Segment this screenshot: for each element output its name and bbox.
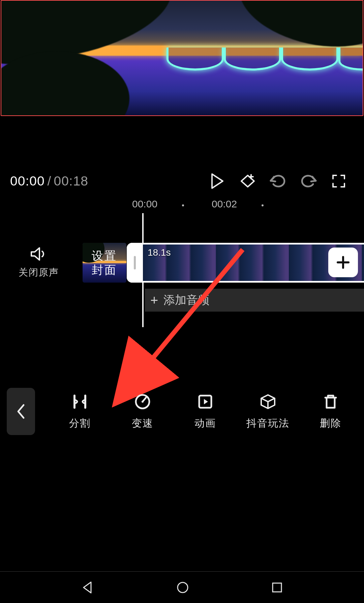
mute-label: 关闭原声 bbox=[19, 266, 59, 279]
set-cover-button[interactable]: 设置 封面 bbox=[83, 243, 126, 283]
current-time: 00:00 bbox=[10, 174, 45, 189]
nav-home-button[interactable] bbox=[175, 580, 190, 595]
plus-icon bbox=[336, 255, 351, 270]
add-clip-button[interactable] bbox=[328, 248, 358, 277]
speed-icon bbox=[134, 393, 151, 410]
video-preview[interactable] bbox=[1, 0, 363, 116]
add-audio-button[interactable]: + 添加音频 bbox=[145, 289, 364, 312]
clip-duration: 18.1s bbox=[148, 247, 171, 258]
tool-douyin-effects[interactable]: 抖音玩法 bbox=[237, 388, 299, 435]
speaker-icon bbox=[30, 247, 48, 261]
nav-recent-button[interactable] bbox=[270, 581, 284, 594]
cover-label: 设置 封面 bbox=[92, 249, 117, 277]
redo-button[interactable] bbox=[293, 169, 324, 194]
total-time: 00:18 bbox=[54, 174, 88, 189]
add-audio-label: 添加音频 bbox=[163, 292, 209, 308]
tool-label: 分割 bbox=[69, 417, 91, 430]
video-track: 关闭原声 设置 封面 18.1s bbox=[0, 243, 364, 283]
nav-back-button[interactable] bbox=[80, 580, 95, 595]
svg-point-4 bbox=[178, 582, 188, 593]
keyframe-button[interactable] bbox=[233, 169, 263, 194]
system-nav-bar bbox=[0, 571, 364, 603]
tool-animation[interactable]: 动画 bbox=[174, 388, 237, 435]
tool-label: 删除 bbox=[320, 417, 341, 430]
tool-label: 动画 bbox=[194, 417, 216, 430]
video-clip[interactable]: 18.1s bbox=[127, 243, 364, 283]
mute-original-sound[interactable]: 关闭原声 bbox=[0, 243, 78, 283]
toolbar-back-button[interactable] bbox=[7, 388, 35, 435]
timeline-ruler[interactable]: 00:00 00:02 bbox=[0, 196, 364, 211]
ruler-mark: 00:00 bbox=[132, 198, 157, 210]
animation-icon bbox=[196, 393, 214, 410]
ruler-dot bbox=[262, 204, 264, 206]
plus-icon: + bbox=[150, 293, 158, 307]
edit-toolbar: 分割 变速 动画 抖音玩法 删除 bbox=[0, 384, 364, 438]
time-separator: / bbox=[48, 174, 51, 189]
cube-icon bbox=[259, 393, 277, 410]
play-button[interactable] bbox=[202, 169, 233, 194]
tool-speed[interactable]: 变速 bbox=[111, 388, 174, 435]
ruler-dot bbox=[182, 204, 184, 206]
tool-delete[interactable]: 删除 bbox=[299, 388, 362, 435]
svg-rect-5 bbox=[273, 583, 281, 592]
undo-button[interactable] bbox=[263, 169, 293, 194]
ruler-mark: 00:02 bbox=[212, 198, 237, 210]
tool-label: 抖音玩法 bbox=[246, 417, 290, 430]
clip-trim-handle-left[interactable] bbox=[127, 243, 143, 283]
tool-label: 变速 bbox=[132, 417, 153, 430]
trash-icon bbox=[322, 393, 339, 410]
svg-point-2 bbox=[142, 401, 144, 403]
chevron-left-icon bbox=[16, 404, 26, 419]
split-icon bbox=[71, 393, 89, 410]
tool-split[interactable]: 分割 bbox=[49, 388, 111, 435]
playback-controls: 00:00 / 00:18 bbox=[0, 169, 364, 194]
fullscreen-button[interactable] bbox=[324, 169, 354, 194]
